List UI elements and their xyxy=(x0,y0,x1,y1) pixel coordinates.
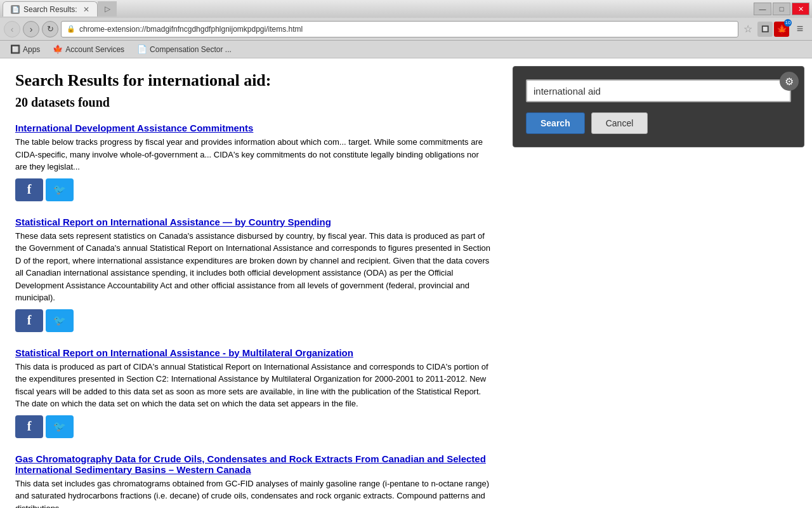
maple-bookmark-icon: 🍁 xyxy=(53,44,63,54)
search-button[interactable]: Search xyxy=(526,112,585,134)
search-overlay-inner: Search Cancel xyxy=(526,79,791,134)
new-tab-button[interactable]: ▷ xyxy=(98,1,117,17)
window-controls: — □ ✕ xyxy=(754,3,809,15)
social-icons-2: f 🐦 xyxy=(15,309,491,332)
settings-icon: ⚙ xyxy=(785,76,794,88)
facebook-button-3[interactable]: f xyxy=(15,415,43,438)
result-item-4: Gas Chromatography Data for Crude Oils, … xyxy=(15,453,491,509)
search-dialog: ⚙ Search Cancel xyxy=(513,66,804,147)
bookmarks-compensation-sector-label: Compensation Sector ... xyxy=(150,45,232,54)
close-button[interactable]: ✕ xyxy=(792,3,809,15)
bookmarks-account-services[interactable]: 🍁 Account Services xyxy=(48,43,129,55)
facebook-button-2[interactable]: f xyxy=(15,309,43,332)
result-desc-2: These data sets represent statistics on … xyxy=(15,230,491,304)
title-bar: 📄 Search Results: ✕ ▷ — □ ✕ xyxy=(0,0,812,18)
search-input[interactable] xyxy=(526,79,791,102)
twitter-button-2[interactable]: 🐦 xyxy=(46,309,74,332)
social-icons-3: f 🐦 xyxy=(15,415,491,438)
maximize-button[interactable]: □ xyxy=(773,3,790,15)
result-title-1[interactable]: International Development Assistance Com… xyxy=(15,123,491,133)
twitter-button-3[interactable]: 🐦 xyxy=(46,415,74,438)
twitter-button-1[interactable]: 🐦 xyxy=(46,178,74,201)
page-content: Search Results for international aid: 20… xyxy=(0,58,812,508)
result-title-4[interactable]: Gas Chromatography Data for Crude Oils, … xyxy=(15,453,491,475)
bookmarks-account-services-label: Account Services xyxy=(65,45,124,54)
result-title-3[interactable]: Statistical Report on International Assi… xyxy=(15,347,491,358)
address-text: chrome-extension://bmadgifnfncgdhgdfphlg… xyxy=(79,25,303,34)
chrome-menu-button[interactable]: ≡ xyxy=(792,21,808,37)
address-bar[interactable]: 🔒 chrome-extension://bmadgifnfncgdhgdfph… xyxy=(61,21,738,37)
search-dialog-buttons: Search Cancel xyxy=(526,112,791,134)
result-item-1: International Development Assistance Com… xyxy=(15,123,491,201)
browser-tab[interactable]: 📄 Search Results: ✕ xyxy=(3,1,98,17)
cancel-button[interactable]: Cancel xyxy=(591,112,648,134)
bookmarks-bar: 🔲 Apps 🍁 Account Services 📄 Compensation… xyxy=(0,41,812,58)
facebook-button-1[interactable]: f xyxy=(15,178,43,201)
bookmarks-apps-label: Apps xyxy=(23,45,40,54)
tab-icon: 📄 xyxy=(11,5,20,14)
navigation-bar: ‹ › ↻ 🔒 chrome-extension://bmadgifnfncgd… xyxy=(0,18,812,41)
refresh-button[interactable]: ↻ xyxy=(42,21,58,37)
result-desc-3: This data is produced as part of CIDA's … xyxy=(15,361,491,410)
result-desc-1: The table below tracks progress by fisca… xyxy=(15,136,491,173)
back-button[interactable]: ‹ xyxy=(4,21,20,37)
result-desc-4: This data set includes gas chromatograms… xyxy=(15,478,491,509)
puzzle-extension-icon[interactable]: 🔲 xyxy=(757,22,773,37)
bookmarks-apps[interactable]: 🔲 Apps xyxy=(5,43,45,55)
doc-bookmark-icon: 📄 xyxy=(137,44,147,54)
result-title-2[interactable]: Statistical Report on International Assi… xyxy=(15,217,491,227)
bookmarks-compensation-sector[interactable]: 📄 Compensation Sector ... xyxy=(132,43,237,55)
forward-button[interactable]: › xyxy=(23,21,39,37)
address-icon: 🔒 xyxy=(67,25,75,33)
apps-icon: 🔲 xyxy=(10,44,20,54)
minimize-button[interactable]: — xyxy=(754,3,771,15)
maple-extension-icon[interactable]: 🍁 10 xyxy=(774,22,789,37)
extension-badge: 10 xyxy=(784,19,792,27)
tab-title: Search Results: xyxy=(23,5,77,14)
bookmark-star-button[interactable]: ☆ xyxy=(741,22,755,36)
result-item-2: Statistical Report on International Assi… xyxy=(15,217,491,332)
result-item-3: Statistical Report on International Assi… xyxy=(15,347,491,438)
settings-icon-button[interactable]: ⚙ xyxy=(780,72,799,91)
tab-close-button[interactable]: ✕ xyxy=(83,5,89,14)
extension-icons: 🔲 🍁 10 xyxy=(757,22,789,37)
social-icons-1: f 🐦 xyxy=(15,178,491,201)
